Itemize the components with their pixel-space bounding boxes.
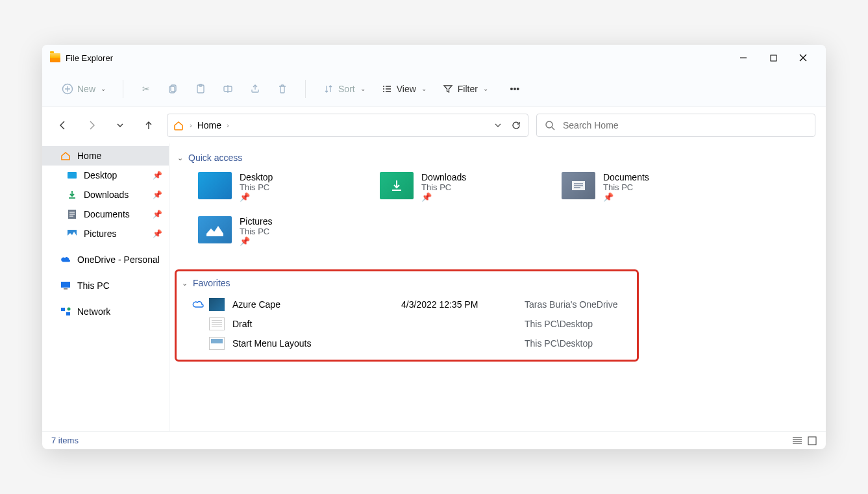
filter-button[interactable]: Filter ⌄ — [436, 79, 495, 99]
sidebar-item-pictures[interactable]: Pictures 📌 — [42, 224, 169, 243]
sidebar-item-label: Home — [77, 151, 101, 161]
thumbnails-view-button[interactable] — [808, 436, 817, 445]
item-name: Documents — [603, 172, 649, 182]
recent-dropdown[interactable] — [110, 115, 130, 136]
folder-icon — [562, 172, 595, 199]
home-icon — [173, 119, 184, 131]
back-button[interactable] — [53, 115, 73, 136]
breadcrumb-separator-icon: › — [227, 121, 229, 129]
delete-button[interactable] — [270, 79, 295, 99]
file-explorer-window: File Explorer New ⌄ ✂ — [42, 45, 826, 449]
sort-button[interactable]: Sort ⌄ — [316, 79, 372, 99]
address-dropdown[interactable] — [494, 121, 502, 129]
chevron-down-icon: ⌄ — [421, 85, 427, 92]
status-item-count: 7 items — [51, 436, 79, 445]
sidebar: Home Desktop 📌 Downloads 📌 Documents 📌 P… — [42, 143, 169, 431]
download-icon — [67, 190, 77, 200]
search-bar[interactable] — [536, 114, 815, 137]
home-icon — [60, 151, 71, 161]
favorites-highlight-box: ⌄ Favorites Azure Cape 4/3/2022 12:35 PM… — [175, 269, 639, 362]
svg-rect-31 — [66, 312, 70, 315]
document-icon — [67, 209, 77, 219]
quickaccess-header[interactable]: ⌄ Quick access — [175, 150, 821, 169]
sidebar-item-onedrive[interactable]: OneDrive - Personal — [42, 250, 169, 269]
window-title: File Explorer — [66, 53, 113, 63]
chevron-down-icon: ⌄ — [101, 85, 106, 92]
toolbar: New ⌄ ✂ Sort ⌄ View ⌄ Filter ⌄ ••• — [42, 71, 826, 107]
refresh-button[interactable] — [510, 119, 523, 132]
plus-circle-icon — [62, 83, 73, 95]
item-name: Pictures — [240, 216, 273, 227]
pin-icon: 📌 — [240, 192, 273, 202]
chevron-down-icon: ⌄ — [360, 85, 366, 92]
pin-icon: 📌 — [421, 192, 466, 202]
item-location: This PC\Desktop — [525, 319, 593, 329]
svg-rect-42 — [808, 437, 816, 445]
sidebar-item-desktop[interactable]: Desktop 📌 — [42, 166, 169, 185]
forward-button[interactable] — [81, 115, 102, 136]
filter-icon — [442, 83, 454, 95]
rename-button[interactable] — [216, 79, 240, 99]
svg-rect-29 — [64, 288, 68, 290]
desktop-icon — [67, 170, 77, 180]
share-button[interactable] — [243, 79, 267, 99]
paste-button[interactable] — [188, 79, 213, 99]
item-location: This PC — [240, 227, 273, 236]
sidebar-item-documents[interactable]: Documents 📌 — [42, 204, 169, 224]
sidebar-item-downloads[interactable]: Downloads 📌 — [42, 185, 169, 204]
sidebar-item-label: Desktop — [84, 170, 117, 180]
new-button[interactable]: New ⌄ — [55, 79, 112, 99]
quickaccess-item-downloads[interactable]: Downloads This PC 📌 — [380, 169, 523, 214]
more-button[interactable]: ••• — [502, 79, 527, 99]
svg-point-15 — [383, 91, 384, 92]
sidebar-item-network[interactable]: Network — [42, 302, 169, 321]
svg-point-32 — [68, 308, 71, 311]
close-button[interactable] — [788, 45, 818, 71]
search-icon — [545, 120, 555, 130]
sort-label: Sort — [338, 84, 355, 94]
favorites-header[interactable]: ⌄ Favorites — [179, 275, 634, 295]
sidebar-item-thispc[interactable]: This PC — [42, 276, 169, 295]
divider — [305, 80, 306, 98]
minimize-button[interactable] — [728, 45, 758, 71]
details-view-button[interactable] — [792, 436, 802, 445]
item-location: This PC — [603, 182, 649, 192]
sort-icon — [323, 83, 334, 95]
cut-button[interactable]: ✂ — [134, 79, 158, 99]
search-input[interactable] — [563, 120, 807, 130]
text-file-icon — [209, 317, 225, 330]
svg-point-14 — [383, 88, 384, 90]
quickaccess-item-desktop[interactable]: Desktop This PC 📌 — [198, 169, 341, 214]
quickaccess-item-documents[interactable]: Documents This PC 📌 — [562, 169, 704, 214]
up-button[interactable] — [138, 115, 159, 136]
rename-icon — [222, 83, 234, 95]
folder-icon — [198, 216, 232, 243]
cloud-sync-icon — [192, 301, 205, 308]
favorite-item[interactable]: Draft This PC\Desktop — [179, 314, 634, 334]
item-name: Downloads — [421, 172, 466, 182]
favorite-item[interactable]: Start Menu Layouts This PC\Desktop — [179, 334, 634, 353]
clipboard-icon — [195, 83, 206, 95]
item-location: This PC — [240, 182, 273, 192]
sidebar-item-home[interactable]: Home — [42, 146, 169, 166]
pin-icon: 📌 — [153, 229, 162, 238]
svg-point-19 — [546, 121, 552, 128]
chevron-down-icon: ⌄ — [182, 279, 188, 288]
svg-rect-30 — [61, 308, 65, 311]
chevron-down-icon: ⌄ — [177, 154, 183, 162]
config-file-icon — [209, 337, 225, 350]
item-date: 4/3/2022 12:35 PM — [401, 299, 525, 310]
maximize-button[interactable] — [758, 45, 788, 71]
breadcrumb-home[interactable]: Home — [197, 120, 221, 130]
favorite-item[interactable]: Azure Cape 4/3/2022 12:35 PM Taras Buria… — [179, 295, 634, 314]
sidebar-item-label: OneDrive - Personal — [77, 254, 160, 265]
item-location: This PC — [421, 182, 466, 192]
address-bar[interactable]: › Home › — [167, 114, 528, 137]
quickaccess-item-pictures[interactable]: Pictures This PC 📌 — [198, 214, 341, 258]
titlebar: File Explorer — [42, 45, 826, 71]
view-button[interactable]: View ⌄ — [375, 79, 433, 99]
chevron-down-icon: ⌄ — [483, 85, 488, 92]
new-label: New — [77, 84, 95, 94]
copy-button[interactable] — [161, 79, 186, 99]
svg-line-20 — [552, 127, 554, 130]
